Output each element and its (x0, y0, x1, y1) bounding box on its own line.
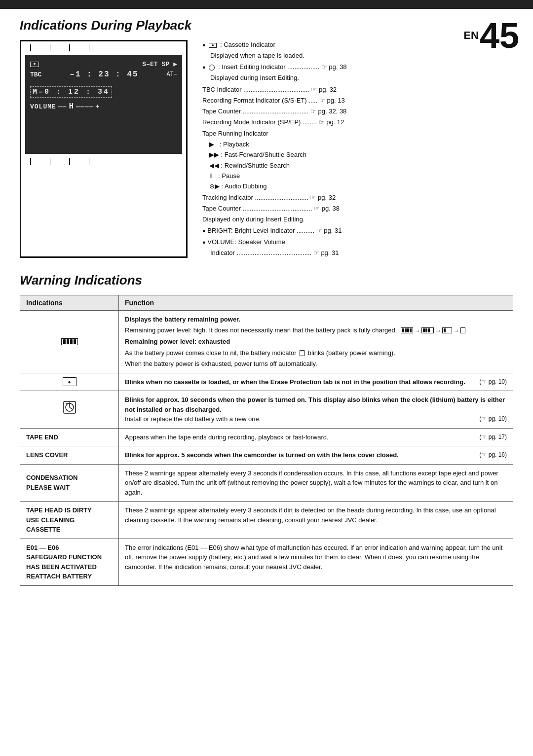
table-row: LENS COVER Blinks for approx. 5 seconds … (20, 446, 513, 465)
warning-table: Indications Function (20, 295, 513, 586)
lcd-set-label: S–ET (142, 61, 157, 68)
lcd-display: ● S–ET SP ▶ TBC –1 : 23 : 45 AT– (20, 40, 188, 258)
tape-head-desc: These 2 warnings appear alternately ever… (125, 506, 496, 524)
condensation-cell: CONDENSATIONPLEASE WAIT (20, 464, 119, 502)
playback-section: ● S–ET SP ▶ TBC –1 : 23 : 45 AT– (20, 40, 513, 258)
desc-recording-mode: Recording Mode Indicator (SP/EP) .......… (202, 117, 513, 127)
cassette-indicator-icon: ● (63, 377, 76, 386)
cassette-pg-ref: (☞ pg. 10) (479, 377, 507, 386)
desc-cassette-indicator: ● ● : Cassette Indicator (202, 40, 513, 50)
cassette-function-cell: Blinks when no cassette is loaded, or wh… (119, 373, 513, 391)
warning-section: Warning Indications Indications Function (20, 273, 513, 586)
lens-cover-cell: LENS COVER (20, 446, 119, 465)
warning-section-title: Warning Indications (20, 273, 513, 288)
desc-playback: ▶ : Playback (202, 140, 513, 149)
lcd-volume-label: VOLUME (30, 103, 56, 110)
lcd-tbc-label: TBC (30, 71, 41, 78)
svg-line-3 (70, 407, 73, 409)
table-row: TAPE END Appears when the tape ends duri… (20, 428, 513, 446)
table-row: Displays the battery remaining power. Re… (20, 310, 513, 373)
lcd-timecode: M–0 : 12 : 34 (30, 86, 112, 98)
error-cell: E01 — E06SAFEGUARD FUNCTIONHAS BEEN ACTI… (20, 539, 119, 585)
table-row: ● Blinks when no cassette is loaded, or … (20, 373, 513, 391)
error-desc: The error indications (E01 — E06) show w… (125, 544, 502, 571)
table-row: CONDENSATIONPLEASE WAIT These 2 warnings… (20, 464, 513, 502)
lens-cover-desc-1: Blinks for approx. 5 seconds when the ca… (125, 451, 399, 459)
tape-end-cell: TAPE END (20, 428, 119, 446)
desc-volume-indicator: Indicator ..............................… (202, 248, 513, 258)
tape-head-cell: TAPE HEAD IS DIRTYUSE CLEANINGCASSETTE (20, 502, 119, 539)
clock-desc-2: Install or replace the old battery with … (125, 415, 261, 423)
desc-tape-counter2: Tape Counter ...........................… (202, 204, 513, 214)
clock-pg-ref: (☞ pg. 10) (479, 414, 507, 423)
tape-end-function-cell: Appears when the tape ends during record… (119, 428, 513, 446)
lcd-counter: –1 : 23 : 45 (70, 70, 138, 79)
desc-volume: ● VOLUME: Speaker Volume (202, 237, 513, 247)
battery-icon-cell (20, 310, 119, 373)
battery-desc-5: When the battery power is exhausted, pow… (125, 359, 507, 369)
desc-insert-indicator: ● : Insert Editing Indicator ...........… (202, 62, 513, 72)
condensation-desc: These 2 warnings appear alternately ever… (125, 469, 498, 496)
tape-end-label: TAPE END (26, 433, 58, 441)
main-content: Indications During Playback ● (0, 9, 533, 601)
tape-head-function-cell: These 2 warnings appear alternately ever… (119, 502, 513, 539)
lens-cover-pg-ref: (☞ pg. 16) (479, 450, 507, 459)
desc-recording-format: Recording Format Indicator (S/S-ET) ....… (202, 96, 513, 106)
desc-fast-forward: ▶▶ : Fast-Forward/Shuttle Search (202, 150, 513, 160)
clock-icon-cell (20, 391, 119, 429)
error-function-cell: The error indications (E01 — E06) show w… (119, 539, 513, 585)
cassette-icon-cell: ● (20, 373, 119, 391)
lcd-vol-bar: —— (58, 103, 67, 110)
top-bar (0, 0, 533, 9)
tape-end-pg-ref: (☞ pg. 17) (479, 432, 507, 441)
desc-cassette-text: : Cassette Indicator (220, 41, 275, 48)
battery-desc-1: Displays the battery remaining power. (125, 315, 507, 324)
desc-insert-only: Displayed only during Insert Editing. (202, 215, 513, 224)
lcd-play-icon: ▶ (173, 60, 177, 68)
condensation-label: CONDENSATIONPLEASE WAIT (26, 474, 77, 491)
playback-descriptions: ● ● : Cassette Indicator Displayed when … (202, 40, 513, 258)
desc-pause: II : Pause (202, 171, 513, 181)
battery-desc-2: Remaining power level: high. It does not… (125, 325, 507, 335)
desc-tape-counter: Tape Counter ...........................… (202, 107, 513, 116)
lens-cover-function-cell: Blinks for approx. 5 seconds when the ca… (119, 446, 513, 465)
error-label: E01 — E06SAFEGUARD FUNCTIONHAS BEEN ACTI… (26, 544, 102, 580)
clock-function-cell: Blinks for approx. 10 seconds when the p… (119, 391, 513, 429)
battery-function-cell: Displays the battery remaining power. Re… (119, 310, 513, 373)
battery-desc-4: As the battery power comes close to nil,… (125, 348, 507, 358)
desc-insert-sub: Displayed during Insert Editing. (202, 73, 513, 83)
battery-desc-3: Remaining power level: exhausted (125, 337, 507, 347)
desc-insert-text: : Insert Editing Indicator .............… (218, 63, 347, 71)
condensation-function-cell: These 2 warnings appear alternately ever… (119, 464, 513, 502)
playback-section-title: Indications During Playback (20, 18, 513, 33)
table-row: TAPE HEAD IS DIRTYUSE CLEANINGCASSETTE T… (20, 502, 513, 539)
lcd-screen: ● S–ET SP ▶ TBC –1 : 23 : 45 AT– (25, 55, 182, 154)
desc-tracking: Tracking Indicator .....................… (202, 193, 513, 203)
desc-audio-dubbing: ⊛▶ : Audio Dubbing (202, 181, 513, 191)
tape-head-label: TAPE HEAD IS DIRTYUSE CLEANINGCASSETTE (26, 506, 92, 533)
lcd-vol-plus: + (95, 103, 100, 110)
lcd-cassette-icon: ● (30, 62, 39, 67)
desc-rewind: ◀◀ : Rewind/Shuttle Search (202, 161, 513, 171)
lcd-sp-label: SP (162, 61, 170, 68)
lcd-vol-bar2: ———— (76, 103, 93, 110)
table-header-function: Function (119, 295, 513, 310)
table-row: E01 — E06SAFEGUARD FUNCTIONHAS BEEN ACTI… (20, 539, 513, 585)
lcd-vol-h: H (69, 102, 74, 111)
lcd-at-label: AT– (166, 71, 177, 78)
clock-icon (63, 400, 76, 419)
desc-tape-running-title: Tape Running Indicator (202, 129, 513, 139)
clock-desc-1: Blinks for approx. 10 seconds when the p… (125, 396, 505, 413)
desc-bright: ● BRIGHT: Bright Level Indicator .......… (202, 226, 513, 236)
cassette-desc: Blinks when no cassette is loaded, or wh… (125, 378, 465, 386)
table-row: Blinks for approx. 10 seconds when the p… (20, 391, 513, 429)
lens-cover-label: LENS COVER (26, 451, 68, 459)
desc-tbc: TBC Indicator ..........................… (202, 85, 513, 95)
table-header-indications: Indications (20, 295, 119, 310)
tape-end-desc: Appears when the tape ends during record… (125, 433, 329, 441)
desc-cassette-sub: Displayed when a tape is loaded. (202, 51, 513, 61)
battery-icon (26, 338, 113, 345)
